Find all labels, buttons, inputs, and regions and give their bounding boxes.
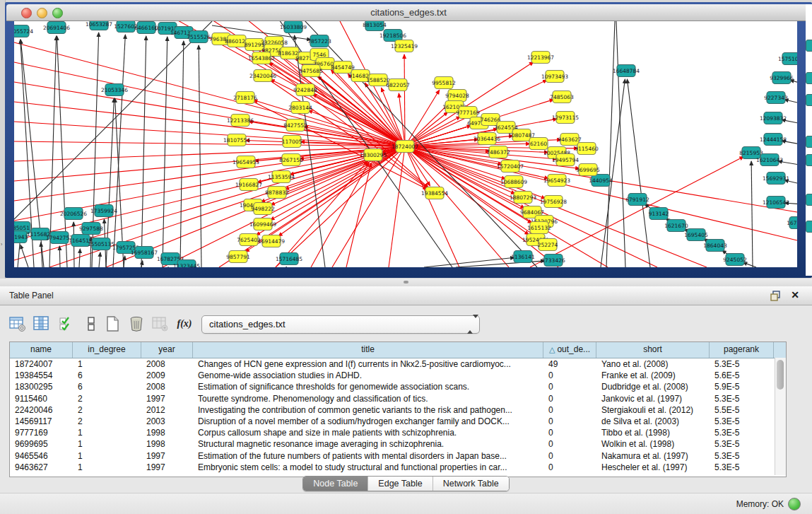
graph-node[interactable]: 11353594 [268,171,295,183]
graph-node[interactable]: 16033809 [280,21,307,33]
graph-node[interactable]: 2718176 [233,92,257,104]
graph-node[interactable]: 18807293 [510,192,536,204]
graph-node[interactable]: 12325419 [391,40,418,52]
graph-node[interactable] [806,94,812,106]
graph-node[interactable]: 6791912 [625,194,649,206]
graph-node[interactable]: 12213386 [227,115,254,127]
graph-node[interactable]: 15751074 [778,53,797,65]
column-header-in-degree[interactable]: in_degree [73,342,141,358]
delete-table-icon[interactable] [151,315,171,333]
table-row[interactable]: 969969511998Structural magnetic resonanc… [10,438,786,450]
graph-node[interactable]: 8427552 [283,119,307,132]
table-selector-dropdown[interactable]: citations_edges.txt [201,315,480,334]
table-row[interactable]: 1872400712008Changes of HCN gene express… [10,358,786,370]
graph-node[interactable]: 16648784 [613,65,640,77]
graph-node[interactable]: 9297588 [79,223,103,235]
graph-node[interactable]: 7857223 [307,35,331,47]
graph-node[interactable]: 10688609 [500,176,527,188]
graph-node[interactable]: 9227343 [764,92,788,104]
graph-node[interactable]: 1136141 [511,251,535,263]
new-column-icon[interactable] [103,315,123,333]
graph-node[interactable]: 9475685 [299,65,323,77]
table-row[interactable]: 1456911722003Disruption of a novel membe… [10,416,786,427]
graph-node[interactable]: 15716485 [276,253,302,265]
graph-node[interactable]: 12444158 [760,134,787,146]
close-panel-icon[interactable]: ✕ [789,289,801,300]
graph-node[interactable]: 19654923 [543,175,570,187]
graph-node[interactable]: 24055724 [14,25,33,37]
graph-node[interactable]: 9794028 [445,90,469,102]
graph-node[interactable]: 1621670 [664,220,688,232]
panel-divider[interactable] [0,279,812,286]
table-row[interactable]: 1938455462009Genome-wide association stu… [10,370,786,381]
graph-node[interactable]: 6822057 [386,79,410,91]
graph-node[interactable]: 9955812 [432,77,456,89]
graph-node[interactable]: 1615132 [527,222,551,234]
graph-node[interactable] [806,194,812,206]
graph-node[interactable]: 9498222 [251,203,275,215]
table-column-icon[interactable] [33,315,52,333]
table-row[interactable]: 977716911998Corpus callosum shape and si… [10,427,786,438]
graph-node[interactable]: 8878832 [265,187,289,199]
graph-node[interactable]: 913142 [649,208,669,220]
dock-collapse-arrow-icon[interactable]: › [1,242,2,247]
table-row[interactable]: 946362711997Embryonic stem cells: a mode… [10,462,786,473]
network-window-titlebar[interactable]: citations_edges.txt [6,4,811,21]
tab-node-table[interactable]: Node Table [303,477,368,491]
table-row[interactable]: 1830029562008Estimation of significance … [10,381,786,392]
vertical-scrollbar[interactable] [775,358,786,475]
column-header-year[interactable]: year [141,342,193,358]
graph-node[interactable]: 12973115 [552,112,579,124]
graph-node[interactable]: 12093832 [760,112,787,124]
float-panel-icon[interactable] [770,290,782,302]
graph-node[interactable]: 17359924 [90,205,117,217]
graph-node[interactable]: 62160 [529,138,548,150]
table-row[interactable]: 2242004622012Investigating the contribut… [10,404,786,416]
graph-node[interactable]: 15692931 [763,173,789,185]
graph-node[interactable]: 117005 [282,136,302,148]
network-canvas[interactable]: 2405572420691406106532871527602646616010… [14,21,797,267]
graph-node[interactable]: 23420046 [249,70,276,82]
graph-node[interactable]: 9242848 [293,84,317,96]
graph-node[interactable]: 7515526 [187,31,211,43]
row-height-icon[interactable] [82,315,102,333]
graph-node[interactable]: 9329966 [770,72,794,84]
graph-node[interactable]: 19654955 [233,156,259,168]
graph-node[interactable]: 9857791 [226,251,250,263]
graph-node[interactable]: 15720407 [497,160,524,173]
graph-node[interactable]: 12106542 [763,197,789,209]
column-header-out-de-[interactable]: △out_de... [543,342,596,358]
graph-node[interactable]: 19756928 [540,196,567,208]
graph-node[interactable]: 16914479 [258,235,285,247]
graph-node[interactable]: 1733426 [541,255,565,267]
graph-node[interactable]: 2803144 [288,102,312,114]
graph-node[interactable]: 19495794 [552,154,579,166]
graph-node[interactable]: 252274 [538,239,558,251]
graph-node[interactable]: 10653287 [86,21,112,30]
graph-node[interactable]: 20691406 [43,22,70,34]
graph-node[interactable]: 19384554 [421,187,448,199]
graph-node[interactable]: 1677393 [787,217,797,229]
graph-node[interactable] [806,40,812,52]
tab-network-table[interactable]: Network Table [433,477,509,491]
column-header-title[interactable]: title [193,342,543,358]
graph-node[interactable] [806,154,812,166]
tab-edge-table[interactable]: Edge Table [368,477,433,491]
graph-node[interactable]: 9115460 [575,143,599,155]
column-header-name[interactable]: name [10,342,73,358]
graph-node[interactable]: 391943 [14,231,28,243]
table-settings-icon[interactable] [8,315,28,333]
graph-node[interactable]: 9699695 [576,164,600,176]
scrollbar-thumb[interactable] [777,360,784,390]
graph-node[interactable]: 1864043 [703,240,727,252]
graph-node[interactable]: 7625402 [237,234,261,246]
table-row[interactable]: 946554611997Estimation of the future num… [10,450,786,462]
select-columns-icon[interactable] [58,315,78,333]
graph-node[interactable]: 16099469 [249,218,276,230]
delete-column-icon[interactable] [127,315,147,333]
graph-node[interactable]: 8267150 [279,154,303,166]
column-header-pagerank[interactable]: pagerank [710,342,774,358]
table-row[interactable]: 911546021997Tourette syndrome. Phenomeno… [10,393,786,404]
graph-node[interactable] [806,136,812,148]
graph-node[interactable] [806,72,812,84]
